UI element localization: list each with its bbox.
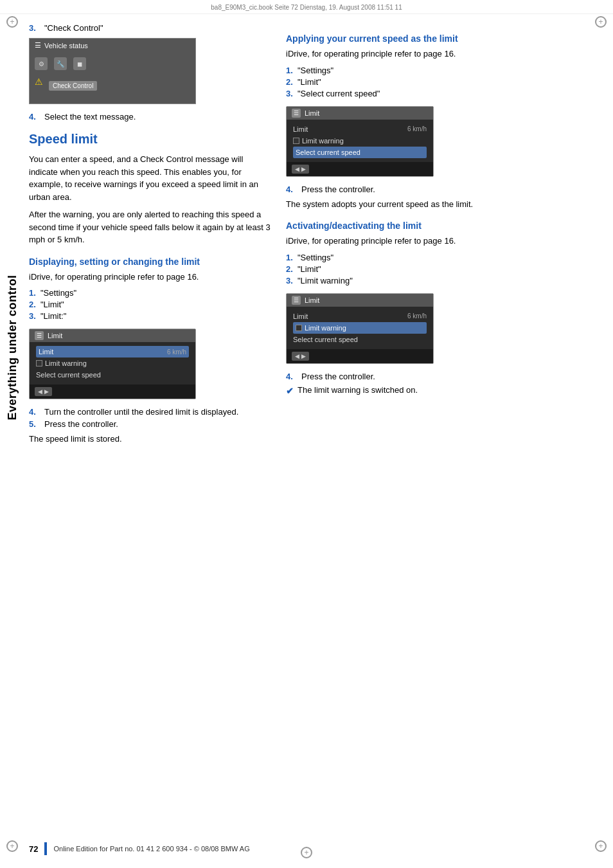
idrive-ref-3: iDrive, for operating principle refer to… [286, 235, 600, 248]
screen-row-current-2: Select current speed [293, 147, 427, 158]
step-4b: 4. Turn the controller until the desired… [29, 407, 273, 417]
screen-title-bar-1: ☰ Limit [30, 329, 195, 342]
list-item: 3. "Limit warning" [286, 276, 600, 285]
corner-mark-bl [6, 840, 18, 852]
screen-row-limit-3: Limit 6 km/h [293, 311, 427, 322]
result-2: The system adopts your current speed as … [286, 198, 600, 211]
screen-row-limit-1: Limit 6 km/h [36, 346, 189, 357]
main-content: 3. "Check Control" ☰ Vehicle status ⚙ 🔧 … [29, 17, 600, 453]
idrive-ref-1: iDrive, for operating principle refer to… [29, 271, 273, 284]
limit-screen-2: ☰ Limit Limit 6 km/h Limit warning [286, 106, 434, 177]
screen-row-warning-3: Limit warning [293, 322, 427, 334]
corner-mark-tl [6, 16, 18, 28]
list-item: 2. "Limit" [286, 264, 600, 274]
checkbox-2 [293, 138, 299, 144]
step-4d: 4. Press the controller. [286, 372, 600, 381]
nav-btn-3[interactable]: ◀ ▶ [292, 352, 309, 361]
nav-btn-1[interactable]: ◀ ▶ [35, 387, 52, 396]
limit-icon-2: ☰ [292, 109, 301, 118]
vehicle-screen-title: ☰ Vehicle status [30, 39, 195, 52]
limit-icon-1: ☰ [35, 331, 44, 340]
applying-steps: 1. "Settings" 2. "Limit" 3. "Select curr… [286, 66, 600, 98]
v-icon-1: ⚙ [35, 57, 48, 70]
limit-screen-3: ☰ Limit Limit 6 km/h Limit warning [286, 293, 434, 364]
page-container: ba8_E90M3_cic.book Seite 72 Dienstag, 19… [0, 0, 613, 868]
corner-mark-tr [595, 16, 607, 28]
screen-body-1: Limit 6 km/h Limit warning Select curren… [30, 342, 195, 384]
two-col-layout: 3. "Check Control" ☰ Vehicle status ⚙ 🔧 … [29, 23, 600, 453]
check-control-label: Check Control [49, 81, 97, 91]
checkmark-text: The limit warning is switched on. [298, 385, 418, 395]
applying-heading: Applying your current speed as the limit [286, 33, 600, 44]
step-5: 5. Press the controller. [29, 419, 273, 429]
activating-steps: 1. "Settings" 2. "Limit" 3. "Limit warni… [286, 253, 600, 285]
speed-limit-heading: Speed limit [29, 132, 273, 147]
page-footer: 72 Online Edition for Part no. 01 41 2 6… [29, 842, 600, 855]
displaying-steps: 1. "Settings" 2. "Limit" 3. "Limit:" [29, 288, 273, 321]
checkbox-3 [296, 325, 302, 331]
screen-row-warning-2: Limit warning [293, 135, 427, 147]
nav-btn-2[interactable]: ◀ ▶ [292, 165, 309, 174]
vehicle-icons-row: ⚙ 🔧 ◼ [35, 57, 190, 70]
list-item: 2. "Limit" [286, 77, 600, 87]
screen-body-3: Limit 6 km/h Limit warning Select curren… [287, 307, 433, 349]
limit-icon-3: ☰ [292, 296, 301, 305]
checkmark-note: ✔ The limit warning is switched on. [286, 385, 600, 396]
right-column: Applying your current speed as the limit… [286, 23, 600, 453]
file-header: ba8_E90M3_cic.book Seite 72 Dienstag, 19… [0, 0, 613, 14]
screen-row-current-3: Select current speed [293, 334, 427, 345]
footer-text: Online Edition for Part no. 01 41 2 600 … [53, 845, 249, 853]
list-item: 3. "Limit:" [29, 311, 273, 321]
para-2: After the warning, you are only alerted … [29, 208, 273, 246]
para-1: You can enter a speed, and a Check Contr… [29, 153, 273, 203]
screen-row-current-1: Select current speed [36, 369, 189, 381]
step-4: 4. Select the text message. [29, 112, 273, 122]
page-number: 72 [29, 844, 38, 854]
list-item: 1. "Settings" [29, 288, 273, 298]
screen-row-limit-2: Limit 6 km/h [293, 123, 427, 135]
screen-row-warning-1: Limit warning [36, 357, 189, 369]
idrive-ref-2: iDrive, for operating principle refer to… [286, 48, 600, 60]
screen-title-bar-2: ☰ Limit [287, 107, 433, 120]
screen-footer-3: ◀ ▶ [287, 349, 433, 363]
list-item: 1. "Settings" [286, 66, 600, 75]
list-item: 3. "Select current speed" [286, 89, 600, 98]
warning-triangle: ⚠ [35, 77, 43, 87]
footer-bar [44, 842, 47, 855]
left-column: 3. "Check Control" ☰ Vehicle status ⚙ 🔧 … [29, 23, 273, 453]
list-item: 2. "Limit" [29, 300, 273, 309]
v-icon-3: ◼ [73, 57, 86, 70]
list-item: 1. "Settings" [286, 253, 600, 262]
v-icon-2: 🔧 [54, 57, 67, 70]
screen-footer-2: ◀ ▶ [287, 162, 433, 176]
step-3: 3. "Check Control" [29, 23, 273, 33]
activating-heading: Activating/deactivating the limit [286, 221, 600, 231]
step-4c: 4. Press the controller. [286, 185, 600, 194]
displaying-heading: Displaying, setting or changing the limi… [29, 257, 273, 267]
limit-screen-1: ☰ Limit Limit 6 km/h Limit warning [29, 329, 196, 399]
result-1: The speed limit is stored. [29, 433, 273, 446]
vehicle-screen-body: ⚙ 🔧 ◼ ⚠ Check Control [30, 52, 195, 104]
screen-body-2: Limit 6 km/h Limit warning Select curren… [287, 120, 433, 162]
vehicle-status-screen: ☰ Vehicle status ⚙ 🔧 ◼ ⚠ Check Control [29, 38, 196, 104]
checkbox-1 [36, 360, 42, 366]
checkmark-icon: ✔ [286, 386, 294, 396]
screen-footer-1: ◀ ▶ [30, 384, 195, 399]
screen-title-bar-3: ☰ Limit [287, 294, 433, 307]
sidebar-label: Everything under control [0, 129, 24, 566]
